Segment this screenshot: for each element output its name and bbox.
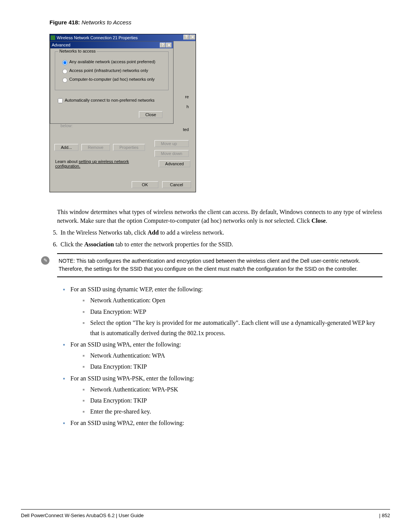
text: Data Encryption: WEP — [90, 308, 146, 315]
text: User Guide — [119, 513, 144, 518]
learn-link-2[interactable]: configuration. — [55, 164, 80, 168]
note-italic: match — [231, 266, 245, 272]
text: This window determines what types of wir… — [57, 209, 382, 224]
learn-prefix: Learn about — [55, 159, 79, 164]
radio-adhoc[interactable]: Computer-to-computer (ad hoc) networks o… — [61, 77, 164, 83]
radio-any-label: Any available network (access point pref… — [69, 59, 155, 64]
text-bold: Association — [84, 241, 114, 248]
list-item: Network Authentication: WPA — [83, 350, 382, 361]
advanced-dialog: Advanced ? ✕ Networks to access Any avai… — [50, 41, 174, 124]
titlebar: Wireless Network Connection 21 Propertie… — [50, 34, 196, 41]
help-button[interactable]: ? — [183, 35, 189, 40]
radio-ap-input[interactable] — [62, 69, 67, 74]
step-6: Click the Association tab to enter the n… — [59, 239, 382, 249]
close-button[interactable]: ✕ — [166, 43, 172, 48]
text: For an SSID using WPA2, enter the follow… — [70, 420, 184, 426]
text: to add a wireless network. — [159, 229, 224, 236]
list-item: For an SSID using WPA-PSK, enter the fol… — [63, 373, 382, 417]
networks-group: Networks to access Any available network… — [55, 51, 169, 90]
text: Data Encryption: TKIP — [90, 397, 147, 404]
advanced-button[interactable]: Advanced — [159, 160, 190, 167]
properties-button[interactable]: Properties — [113, 144, 145, 151]
radio-any-input[interactable] — [62, 60, 67, 65]
auto-connect-row[interactable]: Automatically connect to non-preferred n… — [56, 97, 169, 104]
list-item: For an SSID using WPA2, enter the follow… — [63, 418, 382, 428]
note-text: the configuration for the SSID on the co… — [245, 266, 358, 272]
radio-ap-label: Access point (infrastructure) networks o… — [69, 68, 148, 73]
close-button[interactable]: ✕ — [190, 35, 195, 40]
page-footer: Dell PowerConnect W-Series ArubaOS 6.2 |… — [21, 509, 390, 518]
window-title: Wireless Network Connection 21 Propertie… — [57, 35, 138, 40]
list-item: Network Authentication: Open — [83, 295, 382, 305]
list-item: For an SSID using WPA, enter the followi… — [63, 339, 382, 372]
radio-adhoc-label: Computer-to-computer (ad hoc) networks o… — [69, 77, 155, 81]
fragment-text: h — [186, 104, 189, 109]
text: Enter the pre-shared key. — [90, 408, 151, 415]
screenshot: Wireless Network Connection 21 Propertie… — [49, 34, 390, 192]
text: Network Authentication: WPA-PSK — [90, 386, 178, 393]
step-5: In the Wireless Networks tab, click Add … — [59, 227, 382, 238]
learn-link[interactable]: setting up wireless network — [79, 159, 129, 164]
text: Data Encryption: TKIP — [90, 363, 147, 370]
advanced-title: Advanced — [52, 43, 70, 47]
text: For an SSID using WPA-PSK, enter the fol… — [70, 375, 194, 382]
steps-list: In the Wireless Networks tab, click Add … — [48, 227, 390, 249]
paragraph-1: This window determines what types of wir… — [57, 208, 382, 225]
advanced-titlebar: Advanced ? ✕ — [50, 42, 173, 48]
list-item: Data Encryption: TKIP — [83, 361, 382, 372]
text: tab to enter the network properties for … — [114, 241, 233, 248]
footer-right: | 852 — [379, 513, 390, 518]
text: For an SSID using dynamic WEP, enter the… — [70, 286, 203, 292]
list-item: Enter the pre-shared key. — [83, 406, 382, 417]
list-item: Data Encryption: WEP — [83, 307, 382, 317]
below-label: below: — [61, 123, 190, 128]
fragment-text: re — [185, 94, 189, 99]
list-item: Data Encryption: TKIP — [83, 395, 382, 406]
radio-any[interactable]: Any available network (access point pref… — [61, 59, 164, 65]
text-italic: not — [265, 217, 272, 224]
help-button[interactable]: ? — [160, 43, 166, 48]
text: In the Wireless Networks tab, click — [61, 229, 148, 236]
move-up-button[interactable]: Move up — [155, 140, 189, 147]
learn-text: Learn about setting up wireless network … — [55, 159, 129, 168]
ok-button[interactable]: OK — [132, 181, 158, 188]
list-item: Network Authentication: WPA-PSK — [83, 384, 382, 395]
window-icon — [51, 35, 55, 40]
fragment-text: ted — [183, 127, 189, 132]
text: Network Authentication: WPA — [90, 352, 165, 359]
text-bold: Close — [311, 217, 325, 224]
page-number: 852 — [382, 513, 390, 518]
add-button[interactable]: Add... — [54, 144, 78, 151]
note-icon: ✎ — [41, 256, 49, 265]
auto-connect-label: Automatically connect to non-preferred n… — [65, 98, 155, 102]
bullet-list: For an SSID using dynamic WEP, enter the… — [63, 284, 382, 428]
text: Select the option "The key is provided f… — [90, 320, 375, 336]
radio-adhoc-input[interactable] — [62, 78, 67, 83]
figure-title: Networks to Access — [81, 19, 131, 26]
radio-ap[interactable]: Access point (infrastructure) networks o… — [61, 68, 164, 74]
text: Click the — [61, 241, 84, 248]
note-block: ✎ NOTE: This tab configures the authenti… — [57, 253, 382, 277]
cancel-button[interactable]: Cancel — [162, 181, 191, 188]
text: Network Authentication: Open — [90, 297, 165, 304]
auto-connect-checkbox[interactable] — [58, 98, 63, 103]
text: For an SSID using WPA, enter the followi… — [70, 341, 181, 348]
move-down-button[interactable]: Move down — [155, 150, 189, 157]
figure-caption: Figure 418: Networks to Access — [49, 19, 390, 26]
text: Dell PowerConnect W-Series ArubaOS 6.2 — [21, 513, 115, 518]
footer-left: Dell PowerConnect W-Series ArubaOS 6.2 |… — [21, 513, 144, 518]
text: . — [326, 217, 327, 224]
text-bold: Add — [148, 229, 159, 236]
properties-window: Wireless Network Connection 21 Propertie… — [49, 34, 196, 192]
figure-label: Figure 418: — [49, 19, 80, 26]
remove-button[interactable]: Remove — [81, 144, 110, 151]
text: selected. Click — [272, 217, 311, 224]
list-item: For an SSID using dynamic WEP, enter the… — [63, 284, 382, 338]
close-button[interactable]: Close — [139, 111, 162, 118]
group-label: Networks to access — [58, 49, 97, 53]
list-item: Select the option "The key is provided f… — [83, 318, 382, 338]
